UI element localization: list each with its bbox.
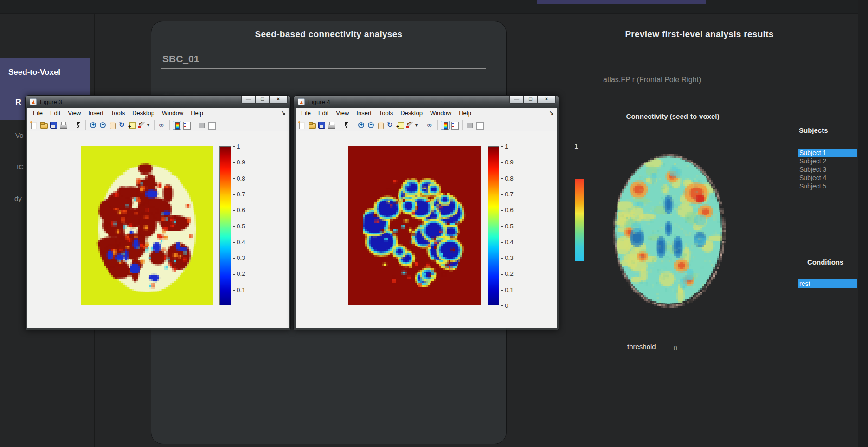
sidebar-item-ica[interactable]: IC xyxy=(17,163,24,171)
colorbar-tick-label: 0.9 xyxy=(233,159,245,166)
minimize-button[interactable]: — xyxy=(509,96,524,104)
insert-legend-icon[interactable] xyxy=(182,121,191,130)
menu-item[interactable]: Window xyxy=(426,108,455,118)
subject-list-item[interactable]: Subject 2 xyxy=(798,157,857,165)
figure4-titlebar[interactable]: Figure 4 —□× xyxy=(294,96,559,108)
colorbar-tick-label: 0.6 xyxy=(233,207,245,214)
open-file-icon[interactable] xyxy=(39,121,48,130)
menu-item[interactable]: View xyxy=(64,108,84,118)
seed-selector-label[interactable]: atlas.FP r (Frontal Pole Right) xyxy=(603,76,701,84)
matlab-logo-icon xyxy=(298,98,305,105)
sidebar-item-voxel-to-voxel[interactable]: Vo xyxy=(15,131,24,139)
colorbar-tick-label: 0.6 xyxy=(501,207,514,214)
brush-dropdown-caret[interactable] xyxy=(415,121,420,130)
figure4-menubar: FileEditViewInsertToolsDesktopWindowHelp… xyxy=(296,108,557,118)
new-figure-icon[interactable] xyxy=(30,121,39,130)
brush-data-icon[interactable] xyxy=(137,121,146,130)
menu-item[interactable]: Tools xyxy=(107,108,129,118)
rotate-3d-icon[interactable] xyxy=(386,121,395,130)
edit-plot-icon[interactable] xyxy=(342,121,351,130)
right-edge-strip xyxy=(858,0,868,447)
zoom-out-icon[interactable] xyxy=(366,121,375,130)
print-figure-icon[interactable] xyxy=(327,121,336,130)
toolbar-separator xyxy=(194,120,194,130)
close-button[interactable]: × xyxy=(537,96,556,104)
sidebar-item-dyn-ica[interactable]: dy xyxy=(14,194,22,202)
close-button[interactable]: × xyxy=(269,96,288,104)
subjects-list: Subject 1Subject 2Subject 3Subject 4Subj… xyxy=(798,149,857,190)
maximize-button[interactable]: □ xyxy=(523,96,538,104)
menu-item[interactable]: Tools xyxy=(375,108,397,118)
save-figure-icon[interactable] xyxy=(317,121,326,130)
conditions-title: Conditions xyxy=(807,258,843,266)
figure3-window: Figure 3 —□× FileEditViewInsertToolsDesk… xyxy=(25,95,291,330)
menu-item[interactable]: View xyxy=(332,108,353,118)
colorbar-tick-label: 1 xyxy=(233,143,240,150)
zoom-in-icon[interactable] xyxy=(357,121,366,130)
menu-item[interactable]: Insert xyxy=(353,108,375,118)
subject-list-item[interactable]: Subject 1 xyxy=(798,149,857,157)
colorbar-tick-label: 0 xyxy=(501,302,508,309)
menu-item[interactable]: File xyxy=(297,108,315,118)
toolbar-separator xyxy=(71,120,71,130)
menu-item[interactable]: File xyxy=(29,108,46,118)
threshold-value-field[interactable]: 0 xyxy=(674,344,706,352)
menu-item[interactable]: Window xyxy=(158,108,187,118)
brush-data-icon[interactable] xyxy=(405,121,414,130)
connectivity-map-label: Connectivity (seed-to-voxel) xyxy=(601,112,745,120)
minimize-button[interactable]: — xyxy=(241,96,256,104)
dock-figure-icon[interactable]: ↘ xyxy=(549,110,554,116)
condition-list-item[interactable]: rest xyxy=(798,279,857,288)
figure4-toolbar xyxy=(296,118,557,131)
sidebar-item-roi-to-roi[interactable]: R xyxy=(15,97,21,107)
top-accent-bar xyxy=(537,0,706,4)
preview-brain-image xyxy=(598,141,739,316)
link-plots-icon[interactable] xyxy=(158,121,167,130)
colorbar-tick-label: 0.3 xyxy=(233,254,245,261)
figure3-titlebar[interactable]: Figure 3 —□× xyxy=(26,96,290,108)
insert-colorbar-icon[interactable] xyxy=(441,121,450,130)
save-figure-icon[interactable] xyxy=(49,121,58,130)
subject-list-item[interactable]: Subject 3 xyxy=(798,165,857,174)
edit-plot-icon[interactable] xyxy=(74,121,83,130)
toolbar-separator xyxy=(437,120,438,130)
show-plot-tools-icon xyxy=(475,121,484,130)
zoom-in-icon[interactable] xyxy=(89,121,97,130)
dock-figure-icon[interactable]: ↘ xyxy=(281,110,286,116)
subject-list-item[interactable]: Subject 5 xyxy=(798,182,857,190)
figure3-colorbar xyxy=(219,146,231,305)
figure3-toolbar xyxy=(27,118,289,131)
menu-item[interactable]: Desktop xyxy=(129,108,158,118)
colorbar-tick-label: 0.5 xyxy=(233,223,245,230)
menu-item[interactable]: Help xyxy=(455,108,475,118)
zoom-out-icon[interactable] xyxy=(98,121,107,130)
conn-application: Seed-to-Voxel R Vo IC dy Seed-based conn… xyxy=(0,0,868,447)
subjects-title: Subjects xyxy=(799,126,828,134)
print-figure-icon[interactable] xyxy=(59,121,68,130)
data-cursor-icon[interactable] xyxy=(128,121,136,130)
toolbar-separator xyxy=(169,120,170,130)
figure3-menubar: FileEditViewInsertToolsDesktopWindowHelp… xyxy=(27,108,289,118)
colorbar-tick-label: 0.5 xyxy=(501,223,514,230)
analysis-name-input[interactable]: SBC_01 xyxy=(162,53,487,65)
subject-list-item[interactable]: Subject 4 xyxy=(798,174,857,182)
sidebar-item-label[interactable]: Seed-to-Voxel xyxy=(8,68,60,77)
rotate-3d-icon[interactable] xyxy=(118,121,127,130)
menu-item[interactable]: Desktop xyxy=(397,108,426,118)
link-plots-icon[interactable] xyxy=(426,121,435,130)
menu-item[interactable]: Help xyxy=(187,108,207,118)
menu-item[interactable]: Edit xyxy=(315,108,332,118)
insert-colorbar-icon[interactable] xyxy=(173,121,181,130)
colorbar-tick-label: 1 xyxy=(501,143,508,150)
maximize-button[interactable]: □ xyxy=(255,96,270,104)
brush-dropdown-caret[interactable] xyxy=(147,121,152,130)
data-cursor-icon[interactable] xyxy=(396,121,405,130)
colorbar-tick-label: 0.1 xyxy=(501,286,514,293)
open-file-icon[interactable] xyxy=(308,121,316,130)
menu-item[interactable]: Insert xyxy=(84,108,107,118)
new-figure-icon[interactable] xyxy=(298,121,307,130)
pan-icon[interactable] xyxy=(108,121,117,130)
pan-icon[interactable] xyxy=(376,121,385,130)
insert-legend-icon[interactable] xyxy=(450,121,459,130)
menu-item[interactable]: Edit xyxy=(46,108,64,118)
